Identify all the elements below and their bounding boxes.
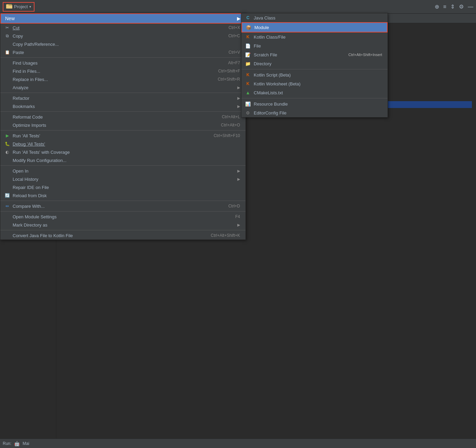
separator-6	[0, 201, 246, 201]
cut-label: Cut	[13, 25, 19, 30]
arrows-icon[interactable]: ⇕	[450, 3, 455, 10]
folder-icon	[6, 4, 12, 10]
directory-icon: 📁	[245, 60, 251, 67]
menu-item-find-files[interactable]: Find in Files... Ctrl+Shift+F	[0, 67, 246, 75]
reload-disk-icon: 🔄	[4, 193, 10, 198]
separator-5	[0, 165, 246, 166]
local-history-label: Local History	[13, 177, 38, 182]
repair-ide-label: Repair IDE on File	[13, 185, 49, 190]
run-label: Run:	[3, 441, 11, 446]
module-label: Module	[254, 25, 269, 30]
file-icon: 📄	[245, 43, 251, 49]
submenu-kotlin-worksheet[interactable]: K Kotlin Worksheet (Beta)	[241, 79, 388, 88]
menu-item-modify-run[interactable]: Modify Run Configuration...	[0, 156, 246, 164]
optimize-label: Optimize Imports	[13, 123, 46, 128]
separator-3	[0, 111, 246, 112]
debug-all-label: Debug 'All Tests'	[13, 141, 45, 147]
reformat-icon	[4, 114, 10, 120]
find-usages-shortcut: Alt+F7	[228, 60, 240, 65]
module-settings-label: Open Module Settings	[13, 214, 57, 219]
separator-8	[0, 230, 246, 230]
submenu-module[interactable]: 📦 Module	[241, 22, 388, 32]
android-icon: 🤖	[14, 441, 20, 446]
cut-icon: ✂	[4, 25, 10, 30]
menu-item-mark-dir[interactable]: Mark Directory as ▶	[0, 221, 246, 229]
separator-1	[0, 57, 246, 58]
modify-run-icon	[4, 158, 10, 163]
menu-item-bookmarks[interactable]: Bookmarks ▶	[0, 102, 246, 110]
separator-4	[0, 130, 246, 131]
menu-item-copy-path[interactable]: Copy Path/Reference...	[0, 40, 246, 48]
submenu-kotlin-script[interactable]: K Kotlin Script (Beta)	[241, 70, 388, 79]
refactor-arrow: ▶	[237, 96, 240, 100]
menu-item-find-usages[interactable]: Find Usages Alt+F7	[0, 59, 246, 67]
kotlin-script-label: Kotlin Script (Beta)	[254, 72, 291, 78]
menu-item-run-coverage[interactable]: ◐ Run 'All Tests' with Coverage	[0, 148, 246, 156]
add-icon[interactable]: ⊕	[435, 3, 439, 10]
menu-item-module-settings[interactable]: Open Module Settings F4	[0, 213, 246, 221]
app-name: Mai	[23, 441, 29, 446]
optimize-icon	[4, 122, 10, 128]
submenu-java-class[interactable]: C Java Class	[241, 13, 388, 22]
menu-item-optimize[interactable]: Optimize Imports Ctrl+Alt+O	[0, 121, 246, 129]
menu-item-open-in[interactable]: Open In ▶	[0, 167, 246, 175]
paste-shortcut: Ctrl+V	[228, 50, 240, 55]
submenu-scratch-file[interactable]: 📝 Scratch File Ctrl+Alt+Shift+Insert	[241, 50, 388, 59]
scratch-file-label: Scratch File	[254, 52, 277, 57]
list-icon[interactable]: ≡	[443, 4, 446, 10]
mark-dir-icon	[4, 222, 10, 228]
convert-kotlin-label: Convert Java File to Kotlin File	[13, 233, 73, 238]
menu-item-convert-kotlin[interactable]: Convert Java File to Kotlin File Ctrl+Al…	[0, 231, 246, 240]
menu-item-paste[interactable]: 📋 Paste Ctrl+V	[0, 48, 246, 56]
bookmarks-icon	[4, 104, 10, 109]
compare-icon: ⇔	[4, 203, 10, 209]
submenu-directory[interactable]: 📁 Directory	[241, 59, 388, 68]
menu-item-cut[interactable]: ✂ Cut Ctrl+X	[0, 24, 246, 32]
copy-path-icon	[4, 41, 10, 47]
menu-item-reload-disk[interactable]: 🔄 Reload from Disk	[0, 191, 246, 200]
submenu-resource-bundle[interactable]: 📊 Resource Bundle	[241, 99, 388, 108]
paste-label: Paste	[13, 50, 24, 55]
separator-2	[0, 93, 246, 93]
replace-files-icon	[4, 77, 10, 82]
submenu-sep-2	[241, 98, 388, 98]
kotlin-class-icon: K	[245, 34, 251, 40]
kotlin-worksheet-label: Kotlin Worksheet (Beta)	[254, 81, 300, 86]
cmake-label: CMakeLists.txt	[254, 90, 283, 95]
menu-item-replace-files[interactable]: Replace in Files... Ctrl+Shift+R	[0, 75, 246, 83]
file-label: File	[254, 43, 261, 49]
separator-7	[0, 211, 246, 212]
open-in-arrow: ▶	[237, 169, 240, 173]
menu-item-compare-with[interactable]: ⇔ Compare With... Ctrl+D	[0, 202, 246, 210]
submenu-kotlin-class[interactable]: K Kotlin Class/File	[241, 32, 388, 41]
menu-item-copy[interactable]: ⧉ Copy Ctrl+C	[0, 32, 246, 40]
cmake-icon: ▲	[245, 90, 251, 96]
new-label: New	[5, 16, 15, 21]
menu-item-local-history[interactable]: Local History ▶	[0, 175, 246, 183]
menu-item-repair-ide[interactable]: Repair IDE on File	[0, 183, 246, 191]
repair-ide-icon	[4, 185, 10, 190]
minimize-icon[interactable]: —	[468, 4, 473, 10]
menu-item-reformat[interactable]: Reformat Code Ctrl+Alt+L	[0, 113, 246, 121]
find-files-shortcut: Ctrl+Shift+F	[218, 69, 240, 73]
mark-dir-label: Mark Directory as	[13, 222, 47, 228]
menu-item-debug-all[interactable]: 🐛 Debug 'All Tests'	[0, 140, 246, 148]
paste-icon: 📋	[4, 50, 10, 55]
new-menu-header[interactable]: New ▶	[0, 13, 246, 24]
copy-shortcut: Ctrl+C	[228, 33, 240, 38]
submenu-cmake[interactable]: ▲ CMakeLists.txt	[241, 88, 388, 97]
submenu-file[interactable]: 📄 File	[241, 41, 388, 50]
project-button[interactable]: Project ▾	[3, 2, 34, 12]
scratch-shortcut: Ctrl+Alt+Shift+Insert	[348, 53, 382, 57]
toolbar-icons: ⊕ ≡ ⇕ ⚙ —	[435, 3, 473, 10]
settings-icon[interactable]: ⚙	[459, 3, 464, 10]
directory-label: Directory	[254, 61, 271, 66]
toolbar: Project ▾ ⊕ ≡ ⇕ ⚙ —	[0, 0, 476, 14]
menu-item-analyze[interactable]: Analyze ▶	[0, 83, 246, 92]
svg-rect-2	[6, 4, 12, 5]
copy-path-label: Copy Path/Reference...	[13, 42, 59, 47]
menu-item-run-all[interactable]: ▶ Run 'All Tests' Ctrl+Shift+F10	[0, 132, 246, 140]
resource-bundle-icon: 📊	[245, 101, 251, 107]
menu-item-refactor[interactable]: Refactor ▶	[0, 94, 246, 102]
submenu-editorconfig[interactable]: ⚙ EditorConfig File	[241, 108, 388, 117]
